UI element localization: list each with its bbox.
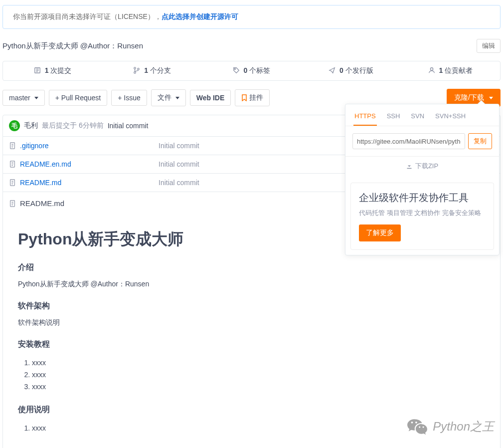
stat-commits-num: 1: [45, 66, 49, 74]
tab-svn-ssh[interactable]: SVN+SSH: [434, 109, 467, 126]
stat-branches-num: 1: [144, 66, 148, 74]
tab-ssh[interactable]: SSH: [386, 109, 401, 126]
commit-message[interactable]: Initial commit: [108, 122, 149, 130]
clone-popup: HTTPS SSH SVN SVN+SSH 复制 下载ZIP 企业级软件开发协作…: [345, 104, 500, 255]
files-dropdown[interactable]: 文件: [151, 89, 186, 106]
stat-releases-num: 0: [339, 66, 343, 74]
tab-https[interactable]: HTTPS: [353, 109, 377, 126]
pull-request-button[interactable]: + Pull Request: [49, 90, 107, 106]
clone-tabs: HTTPS SSH SVN SVN+SSH: [345, 104, 499, 126]
svg-point-1: [134, 67, 136, 69]
commit-author[interactable]: 毛利: [24, 121, 38, 130]
section-body: Python从新手变成大师 @Author：Runsen: [18, 280, 485, 289]
file-icon: [9, 161, 16, 168]
list-item: xxxx: [32, 357, 485, 369]
stat-branches-label: 个分支: [148, 66, 171, 74]
edit-button[interactable]: 编辑: [477, 39, 501, 53]
section-title: 介绍: [18, 262, 485, 273]
download-icon: [406, 163, 412, 169]
stat-tags-label: 个标签: [247, 66, 270, 74]
tab-svn[interactable]: SVN: [410, 109, 425, 126]
section-body: 软件架构说明: [18, 318, 485, 327]
promo-title: 企业级软件开发协作工具: [359, 191, 486, 205]
branch-icon: [133, 67, 140, 74]
svg-point-5: [430, 68, 433, 70]
license-prefix: 你当前开源项目尚未选择许可证（LICENSE），: [13, 12, 162, 20]
contributor-icon: [428, 67, 435, 74]
stat-contributors-label: 位贡献者: [443, 66, 473, 74]
commit-icon: [34, 67, 41, 74]
stat-releases-label: 个发行版: [343, 66, 373, 74]
stat-commits-label: 次提交: [49, 66, 72, 74]
repo-description: Python从新手变成大师 @Author：Runsen: [2, 41, 143, 51]
section-title: 安装教程: [18, 339, 485, 350]
list-item: xxxx: [32, 369, 485, 381]
bookmark-icon: [241, 94, 247, 101]
list-item: xxxx: [32, 381, 485, 393]
promo-button[interactable]: 了解更多: [359, 224, 401, 241]
promo-subtitle: 代码托管 项目管理 文档协作 完备安全策略: [359, 209, 486, 218]
file-icon: [9, 200, 16, 207]
commit-meta: 最后提交于 6分钟前: [42, 121, 104, 130]
install-list: xxxx xxxx xxxx: [32, 357, 485, 393]
stat-contributors[interactable]: 1 位贡献者: [401, 61, 500, 80]
stat-branches[interactable]: 1 个分支: [102, 61, 201, 80]
release-icon: [329, 67, 335, 74]
repo-header: Python从新手变成大师 @Author：Runsen 编辑: [2, 39, 501, 53]
stat-releases[interactable]: 0 个发行版: [301, 61, 400, 80]
file-icon: [9, 142, 16, 149]
list-item: xxxx: [32, 422, 485, 434]
usage-list: xxxx: [32, 422, 485, 434]
svg-point-3: [138, 68, 140, 70]
promo-card: 企业级软件开发协作工具 代码托管 项目管理 文档协作 完备安全策略 了解更多: [350, 183, 494, 250]
branch-selector[interactable]: master: [2, 90, 45, 106]
license-action-link[interactable]: 点此选择并创建开源许可: [162, 12, 238, 20]
tag-icon: [233, 67, 240, 74]
section-title: 使用说明: [18, 405, 485, 415]
caret-down-icon: [175, 97, 179, 99]
caret-down-icon: [34, 97, 38, 99]
stat-tags[interactable]: 0 个标签: [202, 61, 301, 80]
copy-button[interactable]: 复制: [468, 133, 492, 149]
avatar[interactable]: 毛: [9, 120, 20, 131]
stat-commits[interactable]: 1 次提交: [3, 61, 102, 80]
file-link[interactable]: README.en.md: [20, 160, 71, 168]
section-title: 软件架构: [18, 301, 485, 311]
file-icon: [9, 179, 16, 186]
license-banner[interactable]: 你当前开源项目尚未选择许可证（LICENSE），点此选择并创建开源许可: [2, 5, 501, 29]
readme-filename: README.md: [20, 199, 64, 208]
stats-bar: 1 次提交 1 个分支 0 个标签 0 个发行版 1 位贡献者: [2, 61, 501, 81]
svg-point-4: [234, 69, 235, 70]
svg-point-2: [134, 72, 136, 74]
clone-url-input[interactable]: [352, 133, 465, 149]
web-ide-button[interactable]: Web IDE: [190, 90, 231, 106]
download-zip-button[interactable]: 下载ZIP: [345, 156, 499, 178]
pendant-button[interactable]: 挂件: [235, 89, 270, 106]
issue-button[interactable]: + Issue: [111, 90, 147, 106]
file-link[interactable]: README.md: [20, 179, 61, 187]
file-link[interactable]: .gitignore: [20, 142, 49, 150]
caret-down-icon: [489, 97, 493, 99]
